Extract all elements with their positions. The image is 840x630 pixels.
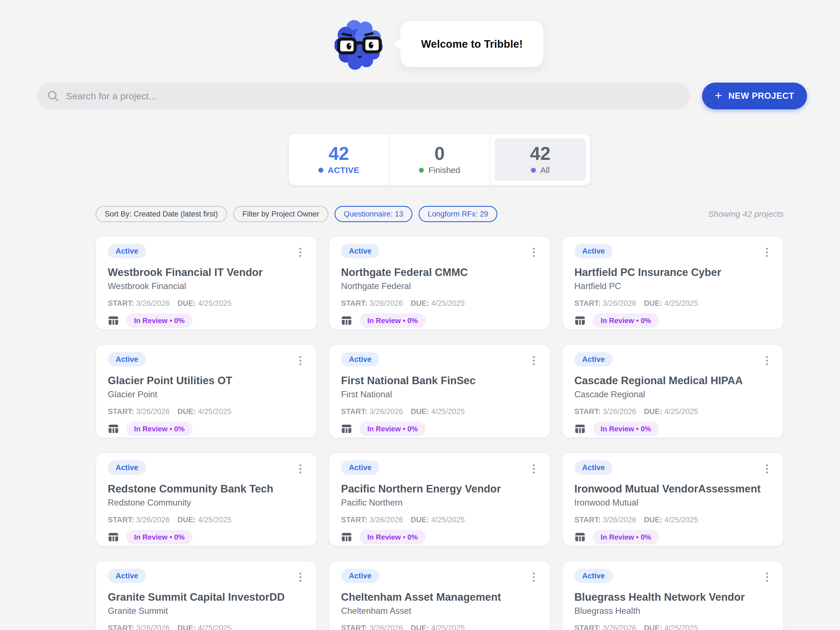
due-label: DUE: xyxy=(411,299,429,307)
blue-dot-icon xyxy=(318,168,324,173)
project-title: Northgate Federal CMMC xyxy=(341,266,538,279)
progress-badge: In Review • 0% xyxy=(593,313,659,328)
questionnaire-filter-button[interactable]: Questionnaire: 13 xyxy=(335,206,412,222)
card-header: Active xyxy=(575,569,771,584)
due-label: DUE: xyxy=(644,299,662,307)
active-count: 42 xyxy=(329,144,349,163)
due-date: 4/25/2025 xyxy=(431,516,465,524)
showing-projects-count: Showing 42 projects xyxy=(708,209,783,219)
start-label: START: xyxy=(341,624,367,630)
project-card[interactable]: Active Pacific Northern Energy Vendor Pa… xyxy=(329,452,550,546)
tribble-mascot-logo xyxy=(335,19,386,71)
card-footer: In Review • 0% xyxy=(341,313,538,328)
active-label: ACTIVE xyxy=(318,165,360,175)
kebab-menu-button[interactable] xyxy=(529,353,538,368)
sort-by-button[interactable]: Sort By: Created Date (latest first) xyxy=(95,206,227,222)
status-badge: Active xyxy=(108,244,146,258)
longform-rfx-filter-button[interactable]: Longform RFx: 29 xyxy=(418,206,497,222)
stat-finished-tab[interactable]: 0 Finished xyxy=(389,134,490,185)
start-label: START: xyxy=(575,299,601,307)
project-card[interactable]: Active Westbrook Financial IT Vendor Wes… xyxy=(95,236,317,330)
new-project-label: NEW PROJECT xyxy=(728,91,794,101)
kebab-menu-button[interactable] xyxy=(529,245,538,260)
plus-icon: + xyxy=(715,89,722,102)
project-title: Cheltenham Asset Management xyxy=(341,591,538,603)
project-card[interactable]: Active First National Bank FinSec First … xyxy=(329,344,550,438)
due-label: DUE: xyxy=(177,516,196,524)
new-project-button[interactable]: + NEW PROJECT xyxy=(702,83,807,109)
start-label: START: xyxy=(341,407,367,416)
table-icon xyxy=(575,531,586,543)
due-date: 4/25/2025 xyxy=(431,407,465,416)
project-dates: START: 3/26/2026 DUE: 4/25/2025 xyxy=(108,624,305,630)
due-label: DUE: xyxy=(177,299,196,307)
project-card[interactable]: Active Cascade Regional Medical HIPAA Ca… xyxy=(562,344,783,438)
kebab-menu-button[interactable] xyxy=(763,570,771,584)
status-badge: Active xyxy=(341,352,379,367)
project-title: Ironwood Mutual VendorAssessment xyxy=(575,482,771,495)
project-card[interactable]: Active Hartfield PC Insurance Cyber Hart… xyxy=(562,236,783,330)
start-date: 3/26/2026 xyxy=(136,516,170,524)
kebab-menu-button[interactable] xyxy=(296,353,305,368)
progress-badge: In Review • 0% xyxy=(359,313,426,328)
project-card[interactable]: Active Bluegrass Health Network Vendor B… xyxy=(562,561,783,630)
project-title: Cascade Regional Medical HIPAA xyxy=(575,374,771,387)
table-icon xyxy=(575,423,586,435)
search-bar[interactable] xyxy=(37,83,690,109)
stat-active-tab[interactable]: 42 ACTIVE xyxy=(289,134,389,185)
kebab-menu-button[interactable] xyxy=(529,570,538,584)
card-header: Active xyxy=(108,569,305,584)
filter-owner-button[interactable]: Filter by Project Owner xyxy=(233,206,328,222)
all-label: All xyxy=(531,165,549,175)
project-title: Glacier Point Utilities OT xyxy=(108,374,305,387)
project-card[interactable]: Active Granite Summit Capital InvestorDD… xyxy=(95,561,317,630)
due-date: 4/25/2025 xyxy=(431,624,465,630)
start-label: START: xyxy=(108,407,134,416)
search-input[interactable] xyxy=(66,91,680,102)
table-icon xyxy=(108,531,119,543)
kebab-menu-button[interactable] xyxy=(763,461,771,476)
kebab-menu-button[interactable] xyxy=(763,353,771,368)
card-header: Active xyxy=(575,244,771,260)
project-card[interactable]: Active Glacier Point Utilities OT Glacie… xyxy=(95,344,317,438)
stat-all-tab[interactable]: 42 All xyxy=(489,134,591,185)
kebab-menu-button[interactable] xyxy=(763,245,771,260)
project-card[interactable]: Active Cheltenham Asset Management Chelt… xyxy=(329,561,550,630)
project-dates: START: 3/26/2026 DUE: 4/25/2025 xyxy=(575,407,771,416)
due-date: 4/25/2025 xyxy=(198,299,232,307)
start-label: START: xyxy=(108,516,134,524)
start-date: 3/26/2026 xyxy=(603,407,636,416)
due-date: 4/25/2025 xyxy=(198,407,232,416)
progress-badge: In Review • 0% xyxy=(126,422,193,436)
kebab-menu-button[interactable] xyxy=(296,570,305,584)
card-header: Active xyxy=(341,352,538,368)
project-title: Hartfield PC Insurance Cyber xyxy=(575,266,771,279)
kebab-menu-button[interactable] xyxy=(296,461,305,476)
card-header: Active xyxy=(341,460,538,476)
hero: Welcome to Tribble! xyxy=(19,0,840,71)
project-owner: Ironwood Mutual xyxy=(575,498,771,508)
finished-count: 0 xyxy=(434,144,445,163)
project-owner: Hartfield PC xyxy=(575,281,771,291)
project-card[interactable]: Active Redstone Community Bank Tech Reds… xyxy=(95,452,317,546)
due-label: DUE: xyxy=(177,407,196,416)
status-badge: Active xyxy=(575,244,613,258)
kebab-menu-button[interactable] xyxy=(296,245,305,260)
status-badge: Active xyxy=(575,352,613,367)
project-owner: Granite Summit xyxy=(108,606,305,616)
start-label: START: xyxy=(108,624,134,630)
status-badge: Active xyxy=(108,352,146,367)
card-header: Active xyxy=(108,352,305,368)
progress-badge: In Review • 0% xyxy=(593,422,659,436)
project-dates: START: 3/26/2026 DUE: 4/25/2025 xyxy=(341,624,538,630)
start-label: START: xyxy=(341,299,367,307)
kebab-menu-button[interactable] xyxy=(529,461,538,476)
project-card[interactable]: Active Northgate Federal CMMC Northgate … xyxy=(329,236,550,330)
status-badge: Active xyxy=(341,244,379,258)
search-row: + NEW PROJECT xyxy=(0,83,840,109)
project-card[interactable]: Active Ironwood Mutual VendorAssessment … xyxy=(562,452,783,546)
project-title: First National Bank FinSec xyxy=(341,374,538,387)
table-icon xyxy=(341,315,352,326)
card-header: Active xyxy=(341,569,538,584)
project-dates: START: 3/26/2026 DUE: 4/25/2025 xyxy=(575,515,771,524)
